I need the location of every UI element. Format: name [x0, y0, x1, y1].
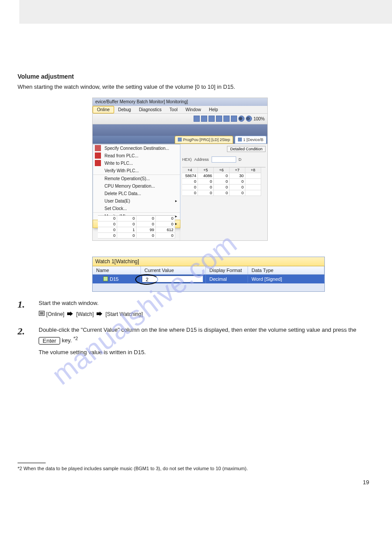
col-data-type: Data Type	[248, 266, 324, 274]
step-text-b: key.	[62, 337, 72, 344]
toolbar-icon[interactable]	[201, 116, 207, 122]
dd-write-plc[interactable]: Write to PLC...	[93, 160, 180, 167]
step-2: 2. Double-click the "Current Value" colu…	[18, 326, 374, 357]
tab-device[interactable]: 1 [Device/B	[235, 136, 266, 144]
zoom-out-icon[interactable]: ⊖	[246, 116, 252, 122]
section-heading: Volume adjustment	[18, 73, 374, 80]
col-name: Name	[93, 266, 141, 274]
menu-icon	[39, 311, 45, 316]
menu-diagnostics[interactable]: Diagnostics	[135, 106, 165, 113]
screenshot-menu: evice/Buffer Memory Batch Monitor] Monit…	[92, 98, 268, 241]
footnote: *2 When the data to be played includes s…	[18, 466, 374, 471]
dd-set-clock[interactable]: Set Clock...	[93, 205, 180, 212]
current-value: 2	[146, 277, 148, 282]
toolbar-icon[interactable]	[231, 116, 237, 122]
toolbar-icon[interactable]	[216, 116, 222, 122]
arrow-right-icon	[67, 312, 73, 316]
dd-remote-op[interactable]: Remote Operation(S)...	[93, 174, 180, 182]
write-icon	[95, 160, 101, 166]
dd-cpu-memory[interactable]: CPU Memory Operation...	[93, 182, 180, 190]
tab-label: 1 [Device/B	[243, 138, 263, 142]
hex-label: HEX)	[182, 157, 192, 162]
watch-footer	[93, 283, 324, 291]
menubar[interactable]: Online Debug Diagnostics Tool Window Hel…	[93, 106, 267, 114]
col-current-value: Current Value	[141, 266, 206, 274]
detailed-condition-button[interactable]: Detailed Condition	[227, 146, 266, 152]
conn-icon	[95, 145, 101, 151]
zoom-in-icon[interactable]: ⊕	[238, 116, 245, 122]
watch-window-title: Watch 1[Watching]	[93, 257, 324, 266]
tab-label: ProgPou [PRG] [LD] 2Step	[183, 138, 230, 142]
intro-text: When starting the watch window, write th…	[18, 83, 374, 91]
dec-hint: D	[239, 157, 242, 162]
menu-online[interactable]: Online	[93, 106, 114, 113]
chevron-right-icon: ▸	[175, 199, 177, 203]
menu-debug[interactable]: Debug	[114, 106, 135, 113]
toolbar-icon[interactable]	[194, 116, 200, 122]
col-head: +6	[214, 167, 230, 173]
menu-window[interactable]: Window	[181, 106, 205, 113]
display-format: Decimal	[206, 276, 248, 283]
step-number: 2.	[18, 326, 32, 357]
dd-read-plc[interactable]: Read from PLC...	[93, 152, 180, 160]
chevron-right-icon: ▸	[175, 221, 177, 226]
watch-row-d15[interactable]: D15 2 Decimal Word [Signed]	[93, 275, 324, 283]
device-name: D15	[110, 276, 119, 282]
step-number: 1.	[18, 299, 32, 319]
menu-tool[interactable]: Tool	[165, 106, 181, 113]
dd-user-data[interactable]: User Data(E)▸	[93, 197, 180, 205]
footnote-rule	[18, 463, 46, 463]
current-value-input[interactable]: 2	[142, 276, 203, 283]
dd-verify-plc[interactable]: Verify With PLC...	[93, 167, 180, 174]
dd-specify-connection[interactable]: Specify Connection Destination...	[93, 145, 180, 152]
toolbar-icon[interactable]	[209, 116, 215, 122]
zoom-value: 100%	[253, 116, 265, 121]
nav-online: [Online]	[46, 311, 64, 317]
tab-progpou[interactable]: ProgPou [PRG] [LD] 2Step	[175, 136, 233, 144]
col-display-format: Display Format	[206, 266, 248, 274]
toolbar: ⊕ ⊖ 100%	[93, 114, 267, 124]
step-1: 1. Start the watch window. [Online] [Wat…	[18, 299, 374, 319]
window-titlebar: evice/Buffer Memory Batch Monitor] Monit…	[93, 98, 267, 106]
screenshot-watch: Watch 1[Watching] Name Current Value Dis…	[92, 257, 325, 292]
step-text: Start the watch window.	[39, 299, 374, 308]
watch-header: Name Current Value Display Format Data T…	[93, 266, 324, 275]
col-head: +4	[182, 167, 198, 173]
nav-watch: [Watch]	[76, 311, 94, 317]
toolbar-icon[interactable]	[223, 116, 230, 122]
bg-grid: 0000 0000 0199612 0000	[98, 215, 175, 239]
col-head: +7	[230, 167, 245, 173]
doc-icon	[238, 138, 242, 141]
address-label: Address	[194, 157, 209, 162]
memory-grid: +4 +5 +6 +7 +8 586744086030 0000 0000 00…	[182, 167, 266, 196]
enter-key: Enter	[39, 337, 60, 345]
address-input[interactable]	[212, 156, 236, 163]
ribbon-spacer	[93, 124, 267, 136]
tab-strip: ProgPou [PRG] [LD] 2Step 1 [Device/B	[93, 136, 267, 144]
footnote-ref: *2	[73, 336, 78, 341]
step-text-a: Double-click the "Current Value" column …	[39, 326, 356, 333]
step-text-c: The volume setting value is written in D…	[39, 348, 374, 357]
nav-start-watching: [Start Watching]	[105, 311, 143, 317]
top-banner	[19, 0, 392, 24]
dd-delete-plc[interactable]: Delete PLC Data...	[93, 190, 180, 197]
monitor-pane: Detailed Condition HEX) Address D +4 +5 …	[180, 144, 267, 240]
doc-icon	[178, 138, 182, 141]
read-icon	[95, 152, 101, 159]
chevron-right-icon: ▸	[175, 214, 177, 218]
nav-chain: [Online] [Watch] [Start Watching]	[39, 310, 374, 319]
arrow-right-icon	[97, 312, 103, 316]
menu-help[interactable]: Help	[205, 106, 222, 113]
col-head: +8	[245, 167, 261, 173]
page-number: 19	[18, 479, 369, 486]
col-head: +5	[198, 167, 214, 173]
data-type: Word [Signed]	[248, 276, 324, 283]
device-icon	[103, 276, 108, 281]
